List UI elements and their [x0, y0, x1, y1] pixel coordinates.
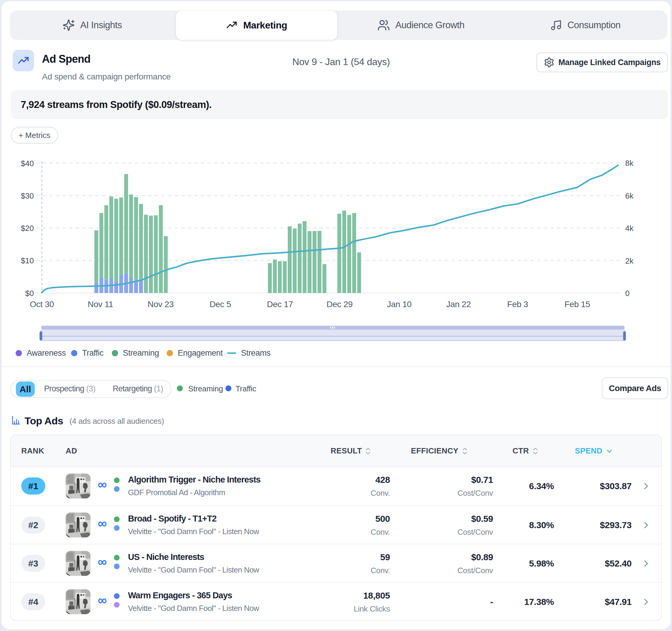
svg-text:Dec 5: Dec 5: [210, 300, 231, 309]
svg-text:Dec 17: Dec 17: [267, 300, 293, 309]
svg-text:Feb 15: Feb 15: [565, 300, 590, 309]
svg-text:Oct 30: Oct 30: [30, 300, 54, 309]
svg-text:Dec 29: Dec 29: [327, 300, 353, 309]
svg-text:0: 0: [625, 289, 629, 298]
svg-text:Jan 22: Jan 22: [446, 300, 471, 309]
svg-text:Nov 23: Nov 23: [148, 300, 174, 309]
svg-text:4k: 4k: [625, 224, 634, 233]
svg-text:$20: $20: [21, 224, 34, 233]
svg-text:Feb 3: Feb 3: [507, 300, 528, 309]
svg-text:$40: $40: [21, 159, 34, 168]
svg-text:Jan 10: Jan 10: [387, 300, 411, 309]
svg-text:$30: $30: [21, 191, 34, 200]
svg-text:$0: $0: [25, 289, 34, 298]
svg-text:$10: $10: [21, 256, 34, 265]
svg-text:6k: 6k: [625, 191, 634, 200]
svg-text:8k: 8k: [625, 159, 634, 168]
svg-text:2k: 2k: [625, 256, 634, 265]
svg-text:Nov 11: Nov 11: [88, 300, 113, 309]
